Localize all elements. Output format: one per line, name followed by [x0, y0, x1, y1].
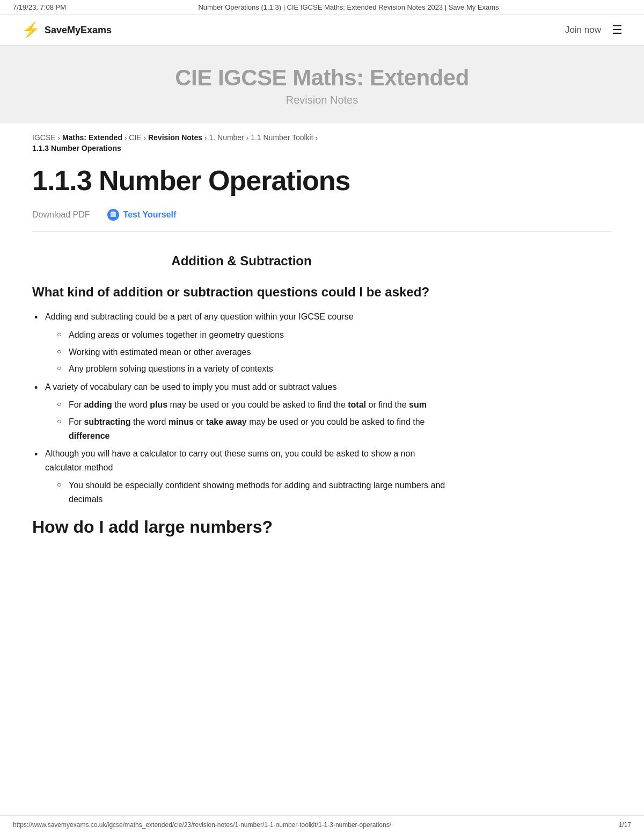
bullet-item-3: Although you will have a calculator to c…	[32, 447, 451, 506]
main-bullet-list: Adding and subtracting could be a part o…	[32, 310, 451, 506]
hamburger-icon[interactable]: ☰	[612, 23, 623, 37]
hero-subtitle: Revision Notes	[21, 94, 623, 106]
sub-bullet-2-2: For subtracting the word minus or take a…	[56, 415, 451, 443]
main-header: ⚡ SaveMyExams Join now ☰	[0, 15, 644, 46]
breadcrumb-sep-2: ›	[125, 134, 127, 142]
breadcrumb-sep-6: ›	[316, 134, 318, 142]
breadcrumb-maths-extended[interactable]: Maths: Extended	[62, 133, 122, 142]
bullet-item-1: Adding and subtracting could be a part o…	[32, 310, 451, 375]
bold-subtracting: subtracting	[84, 417, 130, 426]
content-section: Addition & Subtraction What kind of addi…	[0, 232, 483, 564]
bold-total: total	[348, 400, 366, 409]
sub-bullet-list-2: For adding the word plus may be used or …	[56, 398, 451, 443]
top-bar: 7/19/23, 7:08 PM Number Operations (1.1.…	[0, 0, 644, 15]
sub-bullet-text-1-3: Any problem solving questions in a varie…	[69, 364, 273, 373]
download-pdf-button[interactable]: Download PDF	[32, 210, 90, 220]
breadcrumb-1-number[interactable]: 1. Number	[209, 133, 244, 142]
bullet-text-2: A variety of vocabulary can be used to i…	[45, 382, 336, 391]
hero-course-title: CIE IGCSE Maths: Extended	[21, 65, 623, 91]
sub-bullet-text-1-1: Adding areas or volumes together in geom…	[69, 330, 284, 339]
breadcrumb-cie[interactable]: CIE	[129, 133, 141, 142]
test-yourself-label: Test Yourself	[123, 210, 177, 220]
breadcrumb-section: IGCSE › Maths: Extended › CIE › Revision…	[0, 124, 644, 153]
breadcrumb: IGCSE › Maths: Extended › CIE › Revision…	[32, 133, 612, 142]
hero-section: CIE IGCSE Maths: Extended Revision Notes	[0, 46, 644, 124]
breadcrumb-current: 1.1.3 Number Operations	[32, 144, 612, 153]
join-now-button[interactable]: Join now	[565, 25, 601, 35]
sub-bullet-2-1: For adding the word plus may be used or …	[56, 398, 451, 412]
sub-bullet-list-1: Adding areas or volumes together in geom…	[56, 328, 451, 376]
sub-bullet-1-2: Working with estimated mean or other ave…	[56, 345, 451, 359]
browser-title: Number Operations (1.1.3) | CIE IGCSE Ma…	[66, 3, 631, 11]
sub-bullet-text-1-2: Working with estimated mean or other ave…	[69, 347, 251, 357]
bullet-item-2: A variety of vocabulary can be used to i…	[32, 380, 451, 443]
sub-bullet-1-3: Any problem solving questions in a varie…	[56, 362, 451, 376]
bold-plus: plus	[150, 400, 167, 409]
breadcrumb-igcse[interactable]: IGCSE	[32, 133, 56, 142]
section-heading: Addition & Subtraction	[32, 253, 451, 269]
subsection2-heading: How do I add large numbers?	[32, 517, 451, 537]
subsection1-heading: What kind of addition or subtraction que…	[32, 284, 451, 300]
timestamp: 7/19/23, 7:08 PM	[13, 3, 66, 11]
breadcrumb-1-1-toolkit[interactable]: 1.1 Number Toolkit	[251, 133, 313, 142]
test-yourself-button[interactable]: Test Yourself	[107, 209, 177, 221]
test-yourself-icon	[107, 209, 119, 221]
bold-sum: sum	[409, 400, 427, 409]
breadcrumb-sep-3: ›	[144, 134, 146, 142]
breadcrumb-sep-5: ›	[246, 134, 248, 142]
sub-bullet-3-1: You should be especially confident showi…	[56, 478, 451, 506]
sub-bullet-text-3-1: You should be especially confident showi…	[69, 481, 445, 504]
header-right: Join now ☰	[565, 23, 623, 37]
bold-difference: difference	[69, 431, 109, 440]
sub-bullet-1-1: Adding areas or volumes together in geom…	[56, 328, 451, 342]
bolt-icon: ⚡	[21, 23, 40, 38]
bullet-text-3: Although you will have a calculator to c…	[45, 449, 415, 472]
breadcrumb-revision-notes[interactable]: Revision Notes	[148, 133, 202, 142]
page-title-section: 1.1.3 Number Operations	[0, 153, 644, 196]
page-title: 1.1.3 Number Operations	[32, 165, 612, 196]
sub-bullet-list-3: You should be especially confident showi…	[56, 478, 451, 506]
bold-take-away: take away	[206, 417, 247, 426]
breadcrumb-sep-1: ›	[58, 134, 60, 142]
actions-row: Download PDF Test Yourself	[0, 196, 644, 231]
logo-text: SaveMyExams	[45, 25, 112, 36]
logo-link[interactable]: ⚡ SaveMyExams	[21, 23, 112, 38]
breadcrumb-sep-4: ›	[204, 134, 207, 142]
bold-minus: minus	[169, 417, 194, 426]
bullet-text-1: Adding and subtracting could be a part o…	[45, 312, 354, 321]
bold-adding: adding	[84, 400, 112, 409]
